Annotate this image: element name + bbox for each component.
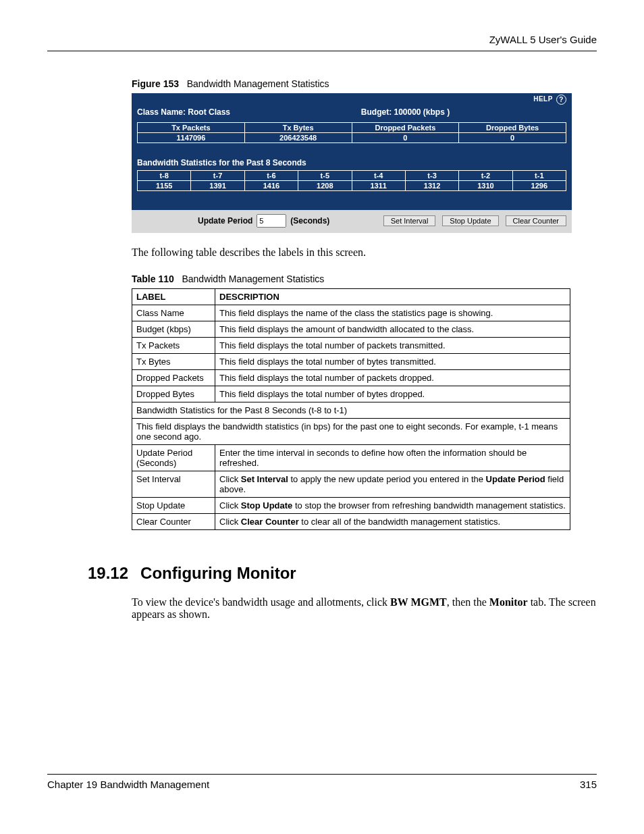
th-description: DESCRIPTION: [215, 289, 570, 305]
val-t8: 1155: [137, 181, 191, 191]
row-label: Dropped Packets: [132, 370, 215, 386]
th-t5: t-5: [298, 170, 352, 181]
th-dropped-bytes: Dropped Bytes: [459, 122, 566, 133]
val-t7: 1391: [191, 181, 244, 191]
intro-text: The following table describes the labels…: [132, 246, 597, 259]
row-label: Class Name: [132, 305, 215, 321]
table-title: Bandwidth Management Statistics: [182, 273, 324, 284]
section-paragraph: To view the device's bandwidth usage and…: [132, 596, 597, 621]
update-period-label: Update Period: [198, 216, 252, 226]
val-tx-packets: 1147096: [137, 133, 245, 143]
figure-num: Figure 153: [132, 78, 179, 89]
section-num: 19.12: [88, 564, 128, 582]
row-label: Update Period (Seconds): [132, 445, 215, 471]
row-desc: Click Clear Counter to clear all of the …: [215, 514, 570, 530]
th-dropped-packets: Dropped Packets: [352, 122, 460, 133]
th-t8: t-8: [137, 170, 191, 181]
figure-caption: Figure 153 Bandwidth Management Statisti…: [132, 78, 597, 89]
row-label: Tx Packets: [132, 338, 215, 354]
figure-title: Bandwidth Management Statistics: [187, 78, 329, 89]
val-t3: 1312: [406, 181, 459, 191]
row-desc: This field displays the name of the clas…: [215, 305, 570, 321]
help-icon: ?: [556, 95, 566, 105]
row-label: Clear Counter: [132, 514, 215, 530]
row-span: Bandwidth Statistics for the Past 8 Seco…: [132, 402, 570, 419]
val-tx-bytes: 206423548: [245, 133, 352, 143]
th-t4: t-4: [352, 170, 406, 181]
page-footer: Chapter 19 Bandwidth Management 315: [47, 774, 597, 790]
class-name-value: Class Name: Root Class: [137, 107, 316, 117]
stop-update-button[interactable]: Stop Update: [442, 215, 498, 226]
val-t4: 1311: [352, 181, 406, 191]
control-bar: Update Period (Seconds) Set Interval Sto…: [132, 210, 572, 233]
th-t3: t-3: [406, 170, 459, 181]
row-label: Tx Bytes: [132, 354, 215, 370]
th-label: LABEL: [132, 289, 215, 305]
table-num: Table 110: [132, 273, 174, 284]
row-label: Dropped Bytes: [132, 386, 215, 402]
row-desc: This field displays the total number of …: [215, 354, 570, 370]
ui-screenshot-panel: HELP ? Class Name: Root Class Budget: 10…: [132, 93, 572, 233]
row-desc: Click Stop Update to stop the browser fr…: [215, 498, 570, 514]
val-dropped-packets: 0: [352, 133, 460, 143]
row-label: Set Interval: [132, 471, 215, 498]
row-span: This field displays the bandwidth statis…: [132, 419, 570, 445]
row-label: Budget (kbps): [132, 321, 215, 338]
header-right: ZyWALL 5 User's Guide: [47, 34, 597, 45]
row-desc: Enter the time interval in seconds to de…: [215, 445, 570, 471]
update-period-input[interactable]: [257, 214, 286, 228]
clear-counter-button[interactable]: Clear Counter: [506, 215, 566, 226]
val-t6: 1416: [245, 181, 298, 191]
row-desc: This field displays the total number of …: [215, 386, 570, 402]
class-budget-row: Class Name: Root Class Budget: 100000 (k…: [132, 106, 572, 122]
th-t7: t-7: [191, 170, 244, 181]
row-desc: This field displays the total number of …: [215, 338, 570, 354]
th-t6: t-6: [245, 170, 298, 181]
val-t1: 1296: [513, 181, 566, 191]
row-desc: This field displays the amount of bandwi…: [215, 321, 570, 338]
val-t2: 1310: [459, 181, 512, 191]
th-tx-packets: Tx Packets: [137, 122, 245, 133]
th-tx-bytes: Tx Bytes: [245, 122, 352, 133]
val-t5: 1208: [298, 181, 352, 191]
row-label: Stop Update: [132, 498, 215, 514]
table-caption: Table 110 Bandwidth Management Statistic…: [132, 273, 597, 284]
th-t1: t-1: [513, 170, 566, 181]
set-interval-button[interactable]: Set Interval: [383, 215, 436, 226]
row-desc: Click Set Interval to apply the new upda…: [215, 471, 570, 498]
past8-title: Bandwidth Statistics for the Past 8 Seco…: [132, 143, 572, 170]
description-table: LABEL DESCRIPTION Class NameThis field d…: [132, 288, 570, 530]
th-t2: t-2: [459, 170, 512, 181]
val-dropped-bytes: 0: [459, 133, 566, 143]
help-link[interactable]: HELP ?: [132, 93, 572, 106]
row-desc: This field displays the total number of …: [215, 370, 570, 386]
header-rule: [47, 51, 597, 51]
section-heading: 19.12Configuring Monitor: [88, 564, 597, 583]
footer-page-num: 315: [580, 779, 597, 790]
update-period-unit: (Seconds): [290, 216, 329, 226]
help-label: HELP: [533, 95, 553, 103]
section-title: Configuring Monitor: [140, 564, 296, 582]
budget-value: Budget: 100000 (kbps ): [316, 107, 495, 117]
footer-left: Chapter 19 Bandwidth Management: [47, 779, 580, 790]
